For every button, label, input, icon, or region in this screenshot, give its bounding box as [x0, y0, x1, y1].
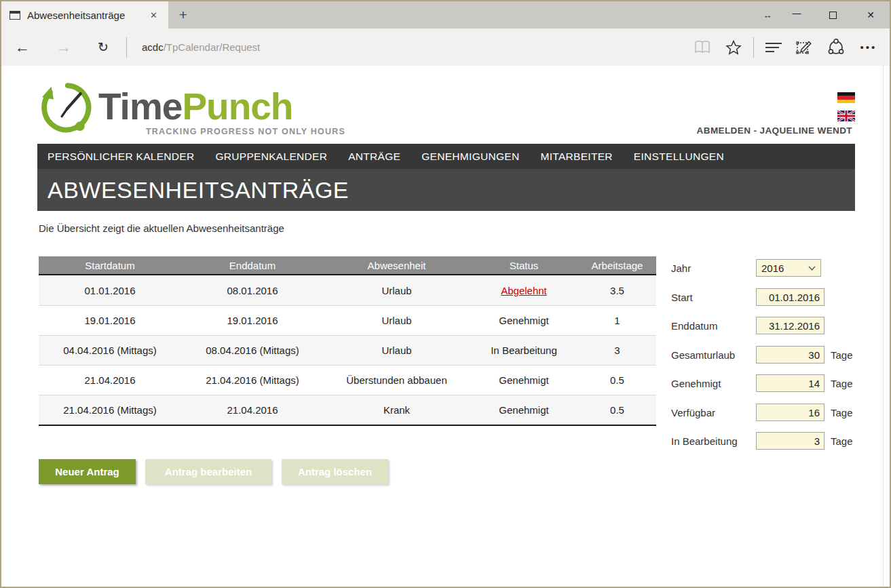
more-options-icon[interactable]: ••• [852, 41, 886, 53]
cell-end: 21.04.2016 (Mittags) [181, 374, 324, 386]
nav-item-genehmigungen[interactable]: GENEHMIGUNGEN [421, 151, 519, 163]
year-row: Jahr 2016 [671, 259, 861, 277]
maximize-icon [829, 12, 837, 19]
verfuegbar-label: Verfügbar [671, 407, 756, 418]
scrollbar[interactable] [883, 66, 884, 587]
in-bearbeitung-input[interactable] [756, 432, 824, 450]
field-row: Genehmigt Tage [671, 374, 861, 392]
hub-icon[interactable] [758, 41, 789, 54]
window-restore-icon[interactable]: ↔ [755, 1, 780, 28]
uk-flag-icon[interactable] [837, 111, 855, 121]
logo-wordmark: TimePunch [98, 85, 292, 128]
field-row: In Bearbeitung Tage [671, 432, 861, 450]
table-row[interactable]: 21.04.2016 21.04.2016 (Mittags) Überstun… [39, 365, 656, 395]
gesamturlaub-input[interactable] [756, 346, 824, 364]
field-suffix: Tage [831, 435, 853, 447]
toolbar-divider [126, 37, 127, 58]
cell-status: In Bearbeitung [470, 345, 578, 356]
tab-bar: Abwesenheitsanträge ✕ + ↔ — ✕ [1, 1, 890, 28]
timepunch-page: TimePunch TRACKING PROGRESS NOT ONLY HOU… [1, 66, 890, 587]
browser-toolbar: ← → ↻ acdc/TpCalendar/Request [1, 28, 890, 66]
table-row[interactable]: 19.01.2016 19.01.2016 Urlaub Genehmigt 1 [39, 305, 656, 335]
field-suffix: Tage [831, 407, 853, 418]
cell-start: 21.04.2016 [39, 374, 181, 386]
field-row: Enddatum [671, 317, 861, 334]
browser-tab[interactable]: Abwesenheitsanträge ✕ [1, 1, 168, 28]
page-title: ABWESENHEITSANTRÄGE [48, 177, 349, 203]
url-host: acdc [142, 41, 164, 53]
field-row: Verfügbar Tage [671, 404, 861, 421]
address-bar[interactable]: acdc/TpCalendar/Request [142, 41, 687, 53]
cell-type: Überstunden abbauen [324, 374, 470, 386]
cell-end: 19.01.2016 [181, 315, 324, 326]
logo-punch: Punch [182, 85, 292, 128]
cell-start: 01.01.2016 [39, 285, 181, 296]
nav-item-mitarbeiter[interactable]: MITARBEITER [541, 151, 613, 163]
table-row[interactable]: 04.04.2016 (Mittags) 08.04.2016 (Mittags… [39, 335, 656, 365]
tab-close-icon[interactable]: ✕ [146, 9, 162, 22]
table-row[interactable]: 21.04.2016 (Mittags) 21.04.2016 Krank Ge… [39, 395, 656, 425]
nav-item-persoenlicher-kalender[interactable]: PERSÖNLICHER KALENDER [48, 151, 194, 163]
field-suffix: Tage [831, 349, 853, 361]
share-icon[interactable] [820, 39, 852, 56]
german-flag-icon[interactable] [837, 92, 855, 103]
nav-item-einstellungen[interactable]: EINSTELLUNGEN [634, 151, 724, 163]
nav-item-gruppenkalender[interactable]: GRUPPENKALENDER [215, 151, 327, 163]
toolbar-icons: ••• [687, 37, 886, 58]
cell-end: 21.04.2016 [181, 404, 324, 416]
edit-request-button[interactable]: Antrag bearbeiten [145, 459, 271, 484]
col-enddatum: Enddatum [181, 260, 324, 271]
window-maximize-button[interactable] [814, 1, 852, 28]
year-select[interactable]: 2016 [756, 259, 821, 277]
col-arbeitstage: Arbeitstage [578, 260, 656, 271]
genehmigt-input[interactable] [756, 374, 824, 392]
web-note-icon[interactable] [789, 39, 820, 56]
cell-days: 3 [578, 345, 656, 356]
cell-start: 04.04.2016 (Mittags) [39, 345, 181, 356]
status-link-abgelehnt[interactable]: Abgelehnt [501, 285, 547, 296]
cell-status: Abgelehnt [470, 285, 578, 296]
back-button[interactable]: ← [1, 39, 43, 56]
verfuegbar-input[interactable] [756, 404, 824, 421]
window-close-button[interactable]: ✕ [852, 1, 890, 28]
in-bearbeitung-label: In Bearbeitung [671, 435, 756, 447]
new-request-button[interactable]: Neuer Antrag [39, 459, 136, 484]
favorites-star-icon[interactable] [718, 39, 749, 56]
delete-request-button[interactable]: Antrag löschen [282, 459, 388, 484]
cell-end: 08.01.2016 [181, 285, 324, 296]
field-row: Gesamturlaub Tage [671, 346, 861, 364]
forward-button[interactable]: → [43, 39, 84, 56]
table-row[interactable]: 01.01.2016 08.01.2016 Urlaub Abgelehnt 3… [39, 275, 656, 305]
logo-tagline: TRACKING PROGRESS NOT ONLY HOURS [146, 127, 335, 136]
chevron-down-icon [808, 266, 816, 271]
cell-type: Urlaub [324, 285, 470, 296]
cell-days: 1 [578, 315, 656, 326]
reading-view-icon[interactable] [687, 41, 718, 54]
cell-start: 19.01.2016 [39, 315, 181, 326]
cell-status: Genehmigt [470, 404, 578, 416]
enddatum-input[interactable] [756, 317, 824, 334]
toolbar-divider [753, 37, 754, 58]
logo-time: Time [98, 85, 182, 128]
url-path: /TpCalendar/Request [164, 41, 261, 53]
year-label: Jahr [671, 262, 756, 274]
genehmigt-label: Genehmigt [671, 378, 756, 389]
window-minimize-button[interactable]: — [780, 1, 814, 28]
field-suffix: Tage [831, 378, 853, 389]
refresh-button[interactable]: ↻ [84, 39, 122, 55]
logout-link[interactable]: ABMELDEN - JAQUELINE WENDT [697, 125, 852, 136]
col-status: Status [470, 260, 578, 271]
enddatum-label: Enddatum [671, 320, 756, 332]
clock-icon [37, 77, 96, 136]
nav-item-antraege[interactable]: ANTRÄGE [348, 151, 400, 163]
start-input[interactable] [756, 288, 824, 306]
cell-type: Urlaub [324, 345, 470, 356]
cell-type: Krank [324, 404, 470, 416]
tab-title: Abwesenheitsanträge [27, 9, 146, 21]
year-value: 2016 [761, 262, 808, 274]
timepunch-logo[interactable]: TimePunch TRACKING PROGRESS NOT ONLY HOU… [37, 75, 336, 138]
cell-status: Genehmigt [470, 315, 578, 326]
main-navigation: PERSÖNLICHER KALENDER GRUPPENKALENDER AN… [37, 144, 855, 169]
new-tab-button[interactable]: + [168, 1, 198, 28]
col-abwesenheit: Abwesenheit [324, 260, 470, 271]
